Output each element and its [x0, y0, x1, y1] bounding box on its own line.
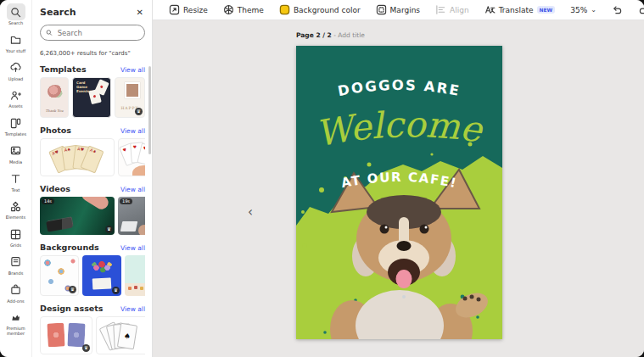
sidebar-item-your-stuff[interactable]: Your stuff — [0, 31, 32, 54]
collapse-panel-button[interactable]: ‹ — [244, 204, 256, 220]
background-thumbnail[interactable]: ♛ — [82, 255, 121, 296]
brand-icon — [7, 254, 25, 271]
undo-icon — [612, 4, 623, 15]
duration-badge: 19s — [120, 198, 132, 204]
sidebar-label: Search — [1, 21, 31, 26]
card-back-art — [67, 322, 85, 347]
shapes-icon — [7, 198, 25, 215]
person-add-icon — [7, 86, 25, 103]
grid-icon — [7, 226, 25, 243]
view-all-design-assets-link[interactable]: View all — [120, 305, 145, 313]
panel-scrollbar[interactable] — [148, 66, 151, 154]
premium-badge-icon: ♛ — [135, 108, 143, 115]
zoom-select[interactable]: 35% ⌄ — [563, 6, 604, 14]
theme-icon — [223, 4, 234, 15]
results-count: 6,263,000+ results for "cards" — [40, 50, 145, 57]
background-thumbnail[interactable] — [125, 255, 145, 296]
sidebar-item-assets[interactable]: Assets — [0, 86, 32, 109]
template-thumbnail[interactable]: Card Game Evening — [72, 77, 111, 118]
text-icon — [7, 170, 25, 187]
design-assets-row: ♛ ♠ — [40, 316, 145, 354]
background-color-label: Background color — [294, 6, 361, 14]
photo-thumbnail[interactable]: ♥ ♥ ♥ — [118, 138, 145, 176]
margins-icon — [376, 4, 387, 15]
design-asset-thumbnail[interactable]: ♛ — [40, 316, 92, 354]
sidebar-item-text[interactable]: Text — [0, 170, 32, 193]
sidebar-label: Media — [1, 160, 31, 165]
redo-button[interactable] — [630, 4, 644, 15]
sidebar-item-media[interactable]: Media — [0, 142, 32, 165]
add-title-hint[interactable]: - Add title — [333, 31, 365, 39]
search-icon — [46, 29, 53, 36]
view-all-templates-link[interactable]: View all — [120, 66, 145, 74]
align-icon — [435, 4, 446, 15]
view-all-photos-link[interactable]: View all — [120, 127, 145, 135]
sidebar-item-templates[interactable]: Templates — [0, 114, 32, 137]
align-label: Align — [450, 6, 469, 14]
resize-label: Resize — [183, 6, 208, 14]
section-title-backgrounds: Backgrounds — [40, 243, 99, 252]
card-art: ♠ — [117, 323, 137, 350]
close-icon[interactable]: ✕ — [135, 7, 145, 18]
flower-art — [48, 85, 63, 98]
sidebar-label: Text — [1, 188, 31, 193]
hand-art — [132, 165, 145, 176]
sidebar-item-brands[interactable]: Brands — [0, 254, 32, 276]
translate-button[interactable]: Translate NEW — [477, 4, 563, 15]
photo-thumbnail[interactable]: A♥ A♠ A♥ A♦ — [40, 138, 115, 176]
background-color-button[interactable]: Background color — [272, 4, 368, 15]
template-thumbnail[interactable]: Thank You — [40, 77, 69, 118]
margins-button[interactable]: Margins — [368, 4, 428, 15]
sidebar-item-grids[interactable]: Grids — [0, 226, 32, 248]
sidebar-item-upload[interactable]: Upload — [0, 59, 32, 82]
resize-button[interactable]: Resize — [161, 4, 216, 15]
photo-art — [125, 82, 140, 98]
media-icon — [7, 142, 25, 159]
new-badge: NEW — [537, 6, 556, 14]
section-title-photos: Photos — [40, 126, 71, 135]
premium-badge-icon: ♛ — [112, 287, 120, 294]
app-window: Search Your stuff Upload Assets Template… — [0, 0, 644, 357]
design-asset-thumbnail[interactable]: ♠ — [96, 316, 145, 354]
video-thumbnail[interactable]: 19s — [118, 197, 145, 235]
search-input-wrapper — [40, 25, 145, 41]
sidebar-label: Premium member — [1, 326, 31, 337]
sidebar-label: Grids — [1, 243, 31, 248]
town-art — [127, 286, 144, 291]
premium-crown-icon — [7, 309, 25, 326]
page-indicator[interactable]: Page 2 / 2 - Add title — [296, 31, 365, 39]
envelope-art — [92, 277, 112, 289]
icon-rail: Search Your stuff Upload Assets Template… — [0, 0, 32, 357]
view-all-videos-link[interactable]: View all — [120, 186, 145, 193]
section-title-design-assets: Design assets — [40, 304, 103, 313]
premium-badge-icon: ♛ — [105, 226, 113, 233]
sidebar-item-premium-member[interactable]: Premium member — [0, 309, 32, 337]
page-number: Page 2 / 2 — [296, 31, 332, 39]
video-thumbnail[interactable]: 14s ♛ — [40, 197, 115, 235]
theme-button[interactable]: Theme — [216, 4, 272, 15]
sidebar-label: Elements — [1, 215, 31, 220]
backgrounds-row: ♛ ♛ — [40, 255, 145, 296]
view-all-backgrounds-link[interactable]: View all — [120, 244, 145, 252]
sidebar-item-elements[interactable]: Elements — [0, 198, 32, 220]
poster-artboard[interactable]: DOGGOS ARE Welcome AT OUR CAFE! — [296, 46, 502, 339]
redo-icon — [638, 4, 644, 15]
sidebar-item-search[interactable]: Search — [0, 3, 32, 26]
search-input[interactable] — [56, 28, 139, 38]
undo-button[interactable] — [604, 4, 630, 15]
thumbnail-text: Thank You — [41, 109, 68, 113]
section-title-videos: Videos — [40, 184, 70, 193]
premium-badge-icon: ♛ — [69, 286, 76, 293]
translate-label: Translate — [499, 6, 534, 14]
videos-row: 14s ♛ 19s — [40, 197, 145, 235]
sidebar-item-add-ons[interactable]: Add-ons — [0, 282, 32, 304]
background-thumbnail[interactable]: ♛ — [40, 255, 79, 296]
align-button: Align — [428, 4, 477, 15]
translate-icon — [484, 4, 496, 15]
resize-icon — [169, 4, 180, 15]
flowers-art — [91, 260, 113, 274]
search-icon — [7, 3, 25, 20]
template-thumbnail[interactable]: HAPPY ♛ — [115, 77, 145, 118]
duration-badge: 14s — [42, 198, 54, 204]
chevron-down-icon: ⌄ — [591, 6, 596, 14]
